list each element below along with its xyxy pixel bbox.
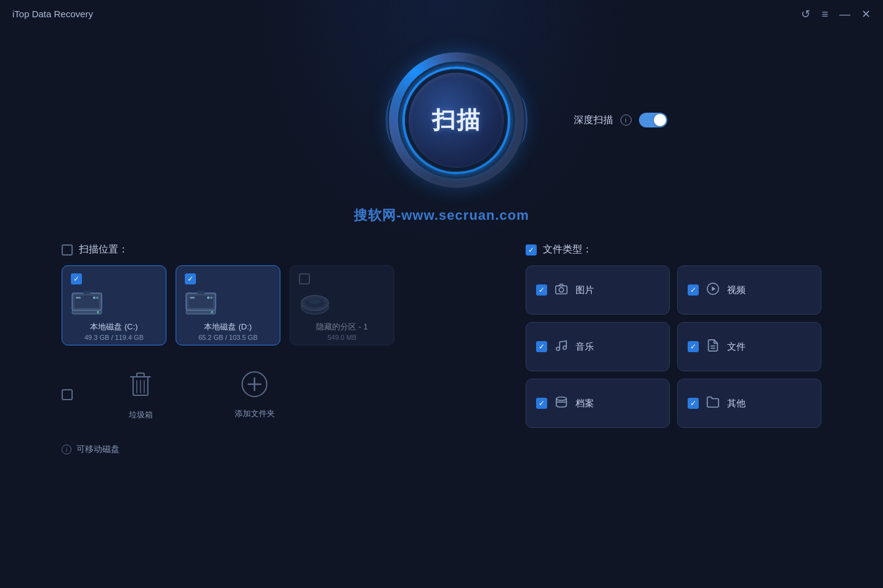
drive-hidden-icon-area [299,291,331,316]
scan-location-label: 扫描位置： [79,243,128,256]
svg-point-3 [93,297,96,299]
drive-card-hidden-top [299,273,385,284]
removable-label: 可移动磁盘 [76,444,120,455]
svg-point-6 [97,311,99,313]
svg-point-30 [559,288,563,292]
trash-icon [128,369,153,405]
refresh-button[interactable]: ↺ [801,9,810,20]
video-icon [706,282,720,299]
folder-icon [706,395,720,412]
file-types-header: 文件类型： [526,243,821,256]
file-types-grid: 图片 视频 [526,265,821,428]
folder-svg [706,395,720,409]
svg-point-19 [309,299,321,304]
music-checkbox[interactable] [536,341,547,352]
svg-point-37 [556,397,567,400]
video-label: 视频 [727,284,746,296]
drive-c-size: 49.3 GB / 119.4 GB [71,334,157,341]
file-type-archive[interactable]: 档案 [526,379,670,428]
svg-point-33 [556,347,560,350]
music-icon [555,339,568,355]
video-svg [706,282,720,296]
drive-d-icon-area [185,291,217,316]
file-type-music[interactable]: 音乐 [526,322,670,371]
drives-row: 本地磁盘 (C:) 49.3 GB / 119.4 GB [62,265,501,345]
image-label: 图片 [576,284,594,296]
trash-checkbox-row [62,389,73,400]
drive-card-c-top [71,273,157,284]
add-folder-svg-icon [241,371,268,398]
svg-marker-32 [712,286,715,291]
svg-point-14 [211,311,213,313]
trash-card[interactable]: 垃圾箱 [88,355,193,435]
close-button[interactable]: ✕ [861,9,871,20]
drive-c-name: 本地磁盘 (C:) [71,321,157,332]
scan-location-header: 扫描位置： [62,243,501,256]
window-controls: ↺ ≡ — ✕ [801,9,871,20]
trash-checkbox[interactable] [62,389,73,400]
camera-svg [555,282,568,296]
svg-rect-10 [190,297,195,299]
file-types-panel: 文件类型： 图片 [526,243,821,455]
drive-card-d[interactable]: 本地磁盘 (D:) 65.2 GB / 103.5 GB [176,265,280,345]
archive-checkbox[interactable] [536,398,547,409]
minimize-button[interactable]: — [839,9,850,20]
removable-info-icon: i [62,445,71,454]
titlebar: iTop Data Recovery ↺ ≡ — ✕ [0,0,883,28]
deep-scan-area: 深度扫描 i [574,113,667,127]
svg-rect-7 [83,291,91,294]
svg-point-34 [563,345,567,349]
svg-point-12 [210,297,213,299]
file-type-image[interactable]: 图片 [526,265,670,315]
drive-card-c[interactable]: 本地磁盘 (C:) 49.3 GB / 119.4 GB [62,265,166,345]
drive-hidden-checkbox[interactable] [299,273,310,284]
menu-button[interactable]: ≡ [821,9,828,20]
other-checkbox[interactable] [688,398,699,409]
drive-d-icon [185,291,217,316]
add-folder-label: 添加文件夹 [235,408,275,419]
watermark-text: 搜软网-www.secruan.com [354,206,529,225]
trash-label: 垃圾箱 [129,409,153,421]
add-folder-icon [241,371,268,403]
file-types-checkbox[interactable] [526,244,537,256]
drive-c-icon-area [71,291,103,316]
document-svg [706,339,720,352]
scan-area: 扫描 深度扫描 i [37,52,846,188]
drive-card-d-top [185,273,271,284]
drive-d-checkbox[interactable] [185,273,196,284]
scan-button[interactable]: 扫描 [409,73,504,168]
camera-icon [555,282,568,299]
music-svg [555,339,568,352]
drive-c-checkbox[interactable] [71,273,82,284]
scan-location-checkbox[interactable] [62,244,73,256]
arc-right-decoration [509,95,527,145]
drive-c-icon [71,291,103,316]
deep-scan-label: 深度扫描 [574,114,613,127]
other-label: 其他 [727,398,746,409]
archive-icon [555,395,568,412]
drive-hidden-size: 549.0 MB [299,334,385,341]
deep-scan-toggle[interactable] [639,113,667,127]
file-types-label: 文件类型： [543,243,592,256]
file-checkbox[interactable] [688,341,699,352]
deep-scan-info-icon[interactable]: i [621,115,632,126]
svg-point-11 [207,297,210,299]
drive-hidden-name: 隐藏的分区 - 1 [299,321,385,332]
video-checkbox[interactable] [688,284,699,296]
drive-hidden-icon [299,291,331,316]
drive-d-name: 本地磁盘 (D:) [185,321,271,332]
removable-section: i 可移动磁盘 [62,444,501,455]
drive-card-hidden[interactable]: 隐藏的分区 - 1 549.0 MB [290,265,394,345]
main-content: 扫描 深度扫描 i 搜软网-www.secruan.com 扫描位置： [0,28,883,455]
scan-button-label: 扫描 [432,105,481,136]
svg-rect-22 [137,373,144,377]
file-type-file[interactable]: 文件 [677,322,821,371]
file-type-other[interactable]: 其他 [677,379,821,428]
toggle-knob [654,114,666,126]
add-folder-card[interactable]: 添加文件夹 [202,355,307,435]
app-title: iTop Data Recovery [12,9,93,19]
drives-second-row: 垃圾箱 添加文件夹 [62,355,501,435]
music-label: 音乐 [576,341,594,353]
image-checkbox[interactable] [536,284,547,296]
file-type-video[interactable]: 视频 [677,265,821,315]
